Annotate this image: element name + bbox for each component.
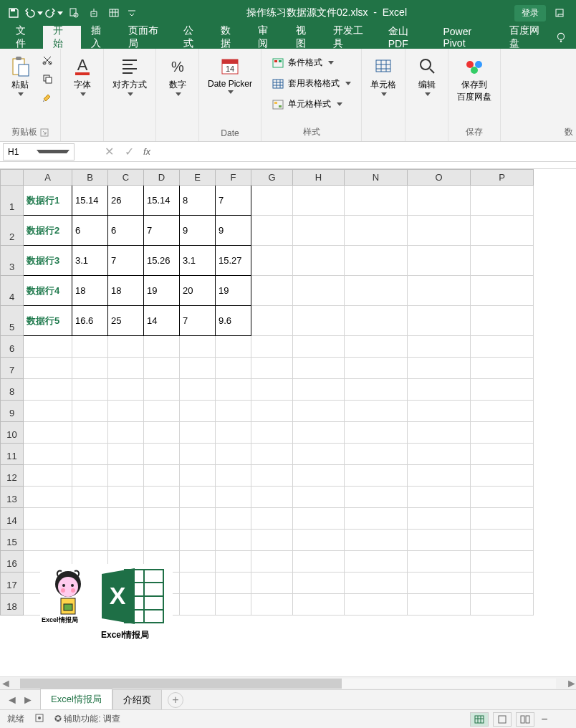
grid-cell[interactable] <box>108 508 144 530</box>
grid-cell[interactable] <box>293 487 345 508</box>
grid-cell[interactable] <box>144 422 180 444</box>
grid-cell[interactable] <box>293 246 345 276</box>
dialog-launcher-icon[interactable] <box>40 128 49 137</box>
grid-cell[interactable] <box>180 594 216 616</box>
grid-cell[interactable] <box>293 216 345 246</box>
grid-cell[interactable] <box>180 487 216 508</box>
grid-cell[interactable] <box>293 186 345 216</box>
grid-cell[interactable] <box>408 551 471 573</box>
grid-cell[interactable] <box>24 530 72 551</box>
save-to-baidu-button[interactable]: 保存到 百度网盘 <box>453 52 496 106</box>
col-header[interactable]: H <box>293 170 345 186</box>
grid-cell[interactable] <box>216 401 251 422</box>
grid-cell[interactable] <box>108 401 144 422</box>
grid-cell[interactable] <box>293 551 345 573</box>
grid-cell[interactable] <box>471 216 534 246</box>
grid-cell[interactable] <box>471 358 534 379</box>
grid-cell[interactable] <box>180 573 216 594</box>
grid-cell[interactable]: 16.6 <box>72 306 108 336</box>
format-painter-icon[interactable] <box>39 89 56 106</box>
row-header[interactable]: 18 <box>1 594 24 616</box>
row-header[interactable]: 3 <box>1 246 24 276</box>
grid-cell[interactable] <box>471 186 534 216</box>
sheet-tab-1[interactable]: Excel情报局 <box>40 689 112 711</box>
grid-cell[interactable] <box>471 508 534 530</box>
grid-cell[interactable]: 15.14 <box>144 186 180 216</box>
grid-cell[interactable] <box>24 487 72 508</box>
grid-cell[interactable]: 数据行2 <box>24 216 72 246</box>
grid-cell[interactable] <box>108 465 144 487</box>
grid-cell[interactable] <box>471 551 534 573</box>
accessibility-status[interactable]: ✪ 辅助功能: 调查 <box>54 713 120 725</box>
grid-cell[interactable] <box>345 246 408 276</box>
cut-icon[interactable] <box>39 52 56 69</box>
grid-cell[interactable] <box>144 379 180 401</box>
grid-cell[interactable]: 数据行3 <box>24 246 72 276</box>
grid-cell[interactable]: 7 <box>216 186 251 216</box>
grid-cell[interactable] <box>144 530 180 551</box>
grid-cell[interactable]: 数据行5 <box>24 306 72 336</box>
grid-cell[interactable] <box>216 358 251 379</box>
format-as-table-button[interactable]: 套用表格格式 <box>269 75 354 92</box>
grid-cell[interactable] <box>293 358 345 379</box>
grid-cell[interactable] <box>24 358 72 379</box>
grid-cell[interactable] <box>251 379 293 401</box>
grid-cell[interactable] <box>345 379 408 401</box>
grid-cell[interactable] <box>72 379 108 401</box>
tab-power-pivot[interactable]: Power Pivot <box>433 26 499 49</box>
row-header[interactable]: 5 <box>1 306 24 336</box>
grid-cell[interactable] <box>251 465 293 487</box>
row-header[interactable]: 4 <box>1 276 24 306</box>
conditional-format-button[interactable]: 条件格式 <box>269 54 337 71</box>
grid-cell[interactable]: 6 <box>72 216 108 246</box>
row-header[interactable]: 17 <box>1 573 24 594</box>
grid-cell[interactable] <box>345 306 408 336</box>
grid-cell[interactable]: 7 <box>108 246 144 276</box>
grid-cell[interactable] <box>293 444 345 465</box>
grid-cell[interactable]: 14 <box>144 306 180 336</box>
tab-baidu[interactable]: 百度网盘 <box>499 26 555 49</box>
grid-cell[interactable] <box>471 465 534 487</box>
grid-cell[interactable] <box>408 422 471 444</box>
grid-cell[interactable] <box>293 401 345 422</box>
enter-icon[interactable]: ✓ <box>119 143 139 161</box>
col-header[interactable]: P <box>471 170 534 186</box>
cell-styles-button[interactable]: 单元格样式 <box>269 96 345 112</box>
grid-cell[interactable] <box>408 186 471 216</box>
grid-cell[interactable] <box>216 422 251 444</box>
grid-cell[interactable] <box>471 336 534 358</box>
grid-cell[interactable] <box>471 422 534 444</box>
grid-cell[interactable] <box>108 530 144 551</box>
grid-cell[interactable] <box>293 306 345 336</box>
grid-cell[interactable] <box>408 336 471 358</box>
grid-cell[interactable] <box>108 336 144 358</box>
grid-cell[interactable] <box>144 401 180 422</box>
grid-cell[interactable] <box>24 336 72 358</box>
grid-cell[interactable] <box>144 358 180 379</box>
ribbon-overflow-icon[interactable]: 数 <box>565 126 573 138</box>
grid-cell[interactable] <box>216 573 251 594</box>
grid-cell[interactable] <box>293 465 345 487</box>
grid-cell[interactable] <box>408 276 471 306</box>
grid-cell[interactable] <box>345 186 408 216</box>
grid-cell[interactable] <box>251 276 293 306</box>
grid-cell[interactable]: 19 <box>144 276 180 306</box>
col-header[interactable]: O <box>408 170 471 186</box>
grid-cell[interactable] <box>251 306 293 336</box>
grid-cell[interactable] <box>471 379 534 401</box>
grid-cell[interactable]: 数据行1 <box>24 186 72 216</box>
grid-cell[interactable] <box>216 551 251 573</box>
grid-cell[interactable] <box>345 487 408 508</box>
tab-view[interactable]: 视图 <box>286 26 323 49</box>
tab-jspdf[interactable]: 金山PDF <box>378 26 433 49</box>
horizontal-scrollbar[interactable]: ◄ ► <box>0 676 576 689</box>
row-header[interactable]: 7 <box>1 358 24 379</box>
grid-cell[interactable] <box>345 508 408 530</box>
grid-cell[interactable]: 9 <box>180 216 216 246</box>
normal-view-icon[interactable] <box>470 712 489 727</box>
grid-cell[interactable] <box>72 487 108 508</box>
grid-cell[interactable] <box>345 444 408 465</box>
tab-page-layout[interactable]: 页面布局 <box>118 26 173 49</box>
grid-cell[interactable]: 20 <box>180 276 216 306</box>
grid-cell[interactable] <box>345 551 408 573</box>
